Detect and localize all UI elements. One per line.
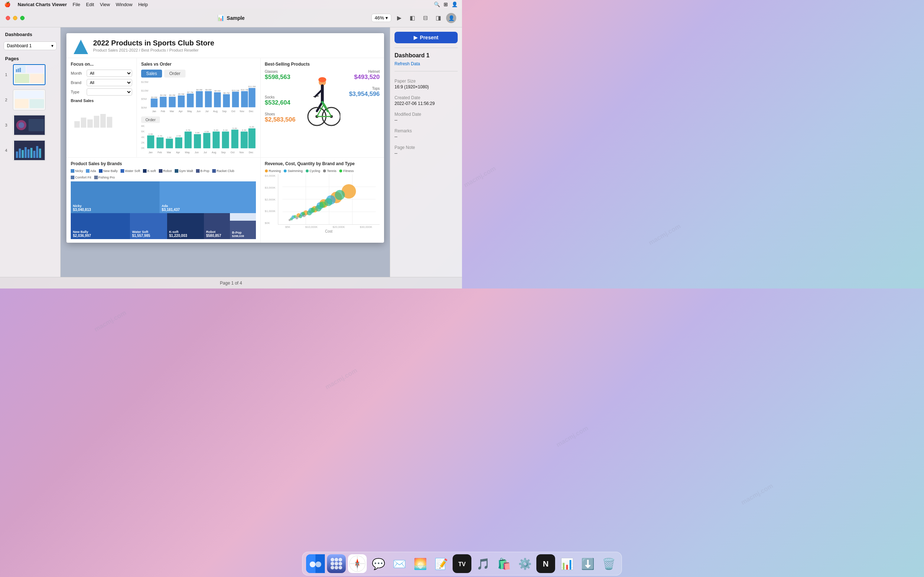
filter-month-select[interactable]: All [87,69,132,77]
svg-text:$9.6M: $9.6M [205,89,212,91]
dashboard-canvas: 2022 Products in Sports Club Store Produ… [66,33,384,243]
canvas-area[interactable]: 2022 Products in Sports Club Store Produ… [61,27,390,277]
socks-value: $532,604 [265,99,296,106]
page-item-1[interactable]: 1 [3,63,57,87]
svg-text:4.5K: 4.5K [204,130,209,133]
treemap-robot-value: $580,857 [206,234,228,238]
svg-text:$8.6M: $8.6M [215,90,221,92]
legend-tennis: Tennis [327,169,336,173]
page-num-2: 2 [5,98,11,102]
revenue-panel: Revenue, Cost, Quantity by Brand and Typ… [261,158,384,243]
minimize-button[interactable] [13,16,17,20]
treemap-newbally-label: New Bally [73,230,128,234]
sidebar-left-icon[interactable]: ◧ [407,13,417,23]
order-tab[interactable]: Order [164,69,186,77]
play-icon[interactable]: ▶ [394,13,404,23]
svg-rect-4 [30,74,44,83]
edit-menu[interactable]: Edit [86,2,94,7]
svg-text:$4.2M: $4.2M [160,94,166,96]
treemap-ksoft-value: $1,220,003 [169,234,202,238]
filter-brand-select[interactable]: All [87,79,132,86]
pages-section: Pages 1 [3,56,57,164]
close-button[interactable] [6,16,10,20]
svg-point-122 [310,207,315,213]
svg-rect-21 [27,149,30,158]
svg-text:1.9K: 1.9K [167,136,172,139]
refresh-data-link[interactable]: Refresh Data [394,61,420,66]
layout-icon[interactable]: ⊟ [420,13,430,23]
page-thumb-1[interactable] [13,64,45,85]
legend-k-soft: K-soft [147,169,156,173]
dashboard-info: Dashboard 1 Refresh Data [394,52,458,67]
app-name-menu[interactable]: Navicat Charts Viewer [18,2,67,7]
page-note-section: Page Note -- [394,142,458,156]
treemap-nicky-value: $3,040,813 [73,208,157,212]
svg-rect-40 [223,94,230,107]
svg-rect-34 [169,97,176,107]
best-selling-panel: Best-Selling Products Glasses $598,563 S… [261,58,384,158]
view-menu[interactable]: View [100,2,110,7]
window-menu[interactable]: Window [116,2,132,7]
svg-rect-24 [36,146,38,158]
page-thumb-3[interactable] [13,115,45,135]
page-item-4[interactable]: 4 [3,139,57,162]
dashboard-selector[interactable]: Dashboard 1 ▾ [3,42,57,50]
dashboard-header: 2022 Products in Sports Club Store Produ… [66,33,384,58]
legend-gym-walt: Gym Walt [179,169,193,173]
legend-robot: Robot [163,169,172,173]
present-button[interactable]: ▶ Present [394,32,458,43]
modified-date-label: Modified Date [394,112,458,117]
control-center-icon[interactable]: ⊞ [444,2,448,7]
brand-sales-panel-title: Product Sales by Brands [71,161,256,166]
svg-rect-33 [160,97,167,107]
svg-rect-20 [24,147,27,158]
treemap-robot-label: Robot [206,230,228,234]
user-icon[interactable]: 👤 [452,2,458,7]
svg-text:$7.7M: $7.7M [187,91,194,93]
svg-text:$9.9M: $9.9M [196,89,202,91]
tops-label: Tops [349,87,380,90]
search-icon[interactable]: 🔍 [434,2,440,7]
maximize-button[interactable] [20,16,24,20]
page-num-1: 1 [5,73,11,77]
order-tab-2[interactable]: Order [141,116,160,123]
svg-rect-58 [166,139,173,148]
brand-sales-label: Brand Sales [71,98,132,103]
sales-tab[interactable]: Sales [141,69,162,77]
svg-text:$10.7M: $10.7M [241,89,248,91]
treemap-bpop-value: $288,638 [232,234,254,238]
help-menu[interactable]: Help [138,2,148,7]
treemap: Nicky $3,040,813 Ada $3,181,437 New Ball… [71,181,256,239]
remarks-label: Remarks [394,128,458,134]
created-date-value: 2022-07-06 11:56:29 [394,101,458,106]
legend-water-soft: Water Soft [125,169,140,173]
page-thumb-2[interactable] [13,89,45,110]
svg-text:6.2K: 6.2K [249,126,254,128]
user-avatar[interactable]: 👤 [446,13,456,23]
apple-menu[interactable]: 🍎 [4,2,10,7]
page-item-2[interactable]: 2 [3,88,57,112]
svg-rect-59 [175,137,182,148]
chart-toggle: Sales Order [141,69,256,77]
svg-point-120 [294,215,296,218]
file-menu[interactable]: File [73,2,80,7]
helmet-value: $493,520 [349,74,380,81]
page-thumb-4[interactable] [13,140,45,161]
sidebar-right-icon[interactable]: ◨ [433,13,443,23]
dropdown-chevron-icon: ▾ [51,43,53,48]
svg-text:$3.2M: $3.2M [169,94,175,96]
info-divider-1 [394,48,458,48]
brand-sales-panel: Product Sales by Brands Nicky Ada [66,158,261,243]
treemap-ada-value: $3,181,437 [162,208,254,212]
svg-rect-23 [33,151,36,158]
svg-rect-62 [203,133,210,148]
traffic-lights [6,16,24,20]
legend-b-pop: B-Pop [200,169,209,173]
filter-type-select[interactable] [87,89,132,95]
svg-text:$3.9M: $3.9M [151,96,157,98]
svg-rect-25 [39,148,41,158]
zoom-selector[interactable]: 46% ▾ [372,14,391,22]
page-note-value: -- [394,151,458,156]
svg-rect-11 [30,99,44,108]
page-item-3[interactable]: 3 [3,113,57,137]
